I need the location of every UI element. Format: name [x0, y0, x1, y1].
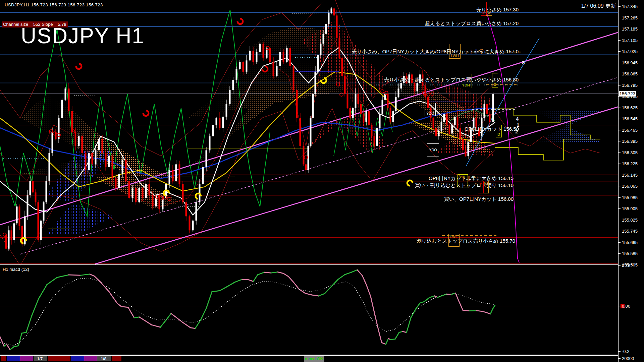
candle	[433, 118, 434, 128]
candle	[5, 235, 7, 249]
candle	[19, 206, 20, 226]
price-tick: 155.905	[622, 206, 638, 211]
candle	[305, 164, 307, 170]
red-arc-marker	[76, 64, 82, 69]
candle	[320, 44, 322, 55]
candle	[71, 111, 73, 132]
marker-box-YDH: YDH	[460, 74, 472, 88]
marker-box-LWL: LWL	[448, 234, 460, 247]
session-segment	[48, 356, 70, 361]
candle	[88, 153, 90, 170]
session-segment	[20, 356, 33, 361]
macd-zero-tick: 0.00	[622, 304, 630, 309]
trade-annotation: 売り小さめ、OP7日NYカット大きめ/OP8日NYカット非常に大きめ 157.0	[352, 49, 519, 55]
candle	[82, 136, 83, 153]
candle	[192, 221, 194, 230]
price-tick: 155.585	[622, 251, 638, 256]
candle	[454, 117, 456, 125]
candle	[279, 52, 281, 66]
candle	[317, 55, 319, 72]
price-tick: 155.745	[622, 229, 638, 234]
candle	[105, 153, 107, 167]
red-circle-marker	[381, 89, 384, 93]
macd-min-tick: -0.2	[622, 349, 629, 354]
price-tick: 155.665	[622, 240, 638, 245]
price-tick: 156.785	[622, 83, 638, 88]
candle	[232, 80, 234, 90]
candle	[135, 188, 137, 202]
candle	[152, 195, 154, 207]
candle	[441, 122, 442, 131]
candle	[339, 38, 340, 58]
candle	[49, 153, 50, 181]
update-timestamp: 1/7 06:09 更新	[581, 3, 616, 10]
candle	[11, 230, 12, 240]
candle	[43, 202, 45, 221]
candle	[384, 94, 386, 100]
candle	[149, 184, 150, 195]
panel-separator[interactable]	[0, 264, 618, 265]
candle	[139, 188, 140, 202]
candle	[102, 139, 103, 153]
red-circle-marker	[304, 156, 308, 159]
candle	[300, 118, 301, 146]
date-label: 1/8	[101, 357, 107, 361]
price-tick: 156.945	[622, 60, 638, 65]
candle	[196, 202, 197, 221]
candle	[328, 13, 330, 24]
candle	[462, 139, 464, 150]
price-tick: 156.545	[622, 116, 638, 121]
macd-toggle-button[interactable]: macd ON	[304, 356, 324, 362]
candle	[289, 48, 291, 66]
candle	[484, 104, 485, 118]
candle	[414, 83, 416, 91]
price-axis[interactable]: 157.345157.265157.185157.105157.025156.9…	[618, 0, 644, 362]
timeline-strip[interactable]: 1/71/8macd ON	[0, 356, 618, 362]
macd-bottom-border	[0, 355, 618, 355]
candle	[286, 48, 288, 62]
candle	[125, 160, 127, 181]
candle	[296, 90, 298, 118]
candle	[438, 131, 440, 136]
watermark-symbol: USDJPY H1	[21, 23, 145, 48]
candle	[32, 181, 34, 193]
session-segment	[84, 356, 97, 361]
candle	[236, 69, 237, 80]
candle	[13, 223, 15, 240]
candle	[229, 90, 231, 104]
candle	[75, 132, 76, 146]
candle	[360, 104, 362, 114]
candle	[293, 66, 294, 90]
yellow-arc-marker	[407, 180, 413, 186]
candle	[182, 184, 184, 202]
candle	[366, 111, 367, 122]
candle	[333, 8, 335, 15]
marker-box-D: D	[496, 125, 502, 137]
price-tick: 157.345	[622, 4, 638, 9]
marker-box-W: W	[486, 2, 492, 16]
wave-number-4: 4	[516, 116, 519, 122]
trade-annotation: OP8日NYカット非常に大きめ 156.15	[429, 175, 514, 182]
candle	[331, 8, 332, 13]
candle	[387, 94, 389, 108]
candle	[273, 62, 274, 76]
price-tick: 157.105	[622, 38, 638, 43]
candle	[460, 128, 461, 139]
candle	[417, 83, 418, 91]
candle	[352, 108, 354, 118]
candle	[341, 58, 343, 76]
candle	[400, 83, 402, 88]
candle	[486, 104, 488, 114]
candle	[145, 184, 147, 198]
candle	[112, 156, 113, 178]
macd-panel[interactable]	[0, 270, 618, 350]
candle	[344, 76, 346, 94]
candle	[52, 132, 53, 153]
candle	[16, 206, 18, 223]
candle	[395, 97, 397, 111]
price-tick: 155.825	[622, 218, 638, 223]
marker-box-YDC: YDC	[425, 103, 436, 116]
candle	[206, 150, 207, 167]
chart-canvas[interactable]	[0, 0, 644, 362]
candle	[323, 34, 324, 44]
